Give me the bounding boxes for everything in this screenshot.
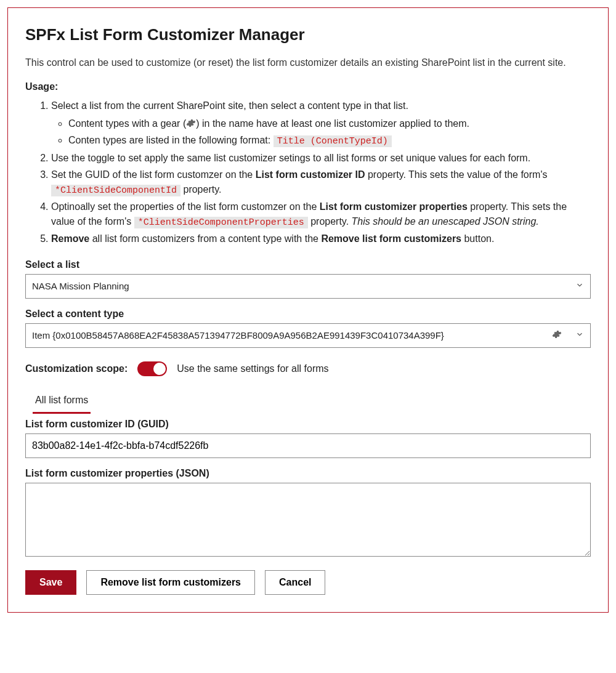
cancel-button[interactable]: Cancel	[265, 570, 325, 595]
properties-label: List form customizer properties (JSON)	[25, 468, 591, 479]
select-contenttype-label: Select a content type	[25, 308, 591, 320]
usage-item-1: Select a list from the current SharePoin…	[51, 99, 591, 148]
usage-item-1b: Conten types are listed in the following…	[68, 133, 591, 148]
chevron-down-icon	[570, 281, 584, 291]
usage-item-5: Remove all list form customizers from a …	[51, 232, 591, 247]
remove-customizers-button[interactable]: Remove list form customizers	[86, 570, 255, 595]
usage-sublist: Content types with a gear () in the name…	[51, 116, 591, 148]
button-row: Save Remove list form customizers Cancel	[25, 570, 591, 595]
tabs: All list forms	[25, 387, 591, 414]
select-list-label: Select a list	[25, 259, 591, 270]
usage-item-4: Optinoally set the properties of the lis…	[51, 199, 591, 230]
usage-item-1a: Content types with a gear () in the name…	[68, 116, 591, 133]
toggle-knob	[153, 363, 166, 375]
guid-label: List form customizer ID (GUID)	[25, 419, 591, 430]
customization-scope-toggle[interactable]	[137, 361, 167, 376]
guid-input[interactable]	[25, 433, 591, 458]
select-contenttype-value: Item {0x0100B58457A868EA2F45838A57139477…	[32, 330, 549, 341]
properties-textarea[interactable]	[25, 483, 591, 557]
code-title-format: Title (ConentTypeId)	[274, 135, 392, 147]
select-contenttype-dropdown[interactable]: Item {0x0100B58457A868EA2F45838A57139477…	[25, 323, 591, 348]
select-list-value: NASA Mission Planning	[32, 281, 570, 291]
usage-item-3: Set the GUID of the list form customzer …	[51, 167, 591, 198]
usage-item-2: Use the toggle to set apply the same lis…	[51, 151, 591, 166]
customization-scope-toggle-text: Use the same settings for all forms	[177, 363, 328, 374]
select-list-dropdown[interactable]: NASA Mission Planning	[25, 274, 591, 299]
chevron-down-icon	[570, 330, 584, 341]
code-componentid: *ClientSideComponentId	[51, 185, 180, 196]
panel: SPFx List Form Customizer Manager This c…	[7, 7, 609, 613]
code-componentprops: *ClientSideComponentProperties	[134, 217, 308, 228]
description-text: This control can be used to customize (o…	[25, 55, 591, 70]
save-button[interactable]: Save	[25, 570, 76, 595]
gear-icon	[186, 118, 196, 133]
page-title: SPFx List Form Customizer Manager	[25, 25, 591, 44]
customization-scope-row: Customization scope: Use the same settin…	[25, 361, 591, 376]
usage-list: Select a list from the current SharePoin…	[25, 99, 591, 247]
usage-heading: Usage:	[25, 81, 591, 92]
customization-scope-label: Customization scope:	[25, 363, 128, 374]
tab-all-list-forms[interactable]: All list forms	[33, 387, 91, 414]
gear-icon	[552, 329, 562, 341]
